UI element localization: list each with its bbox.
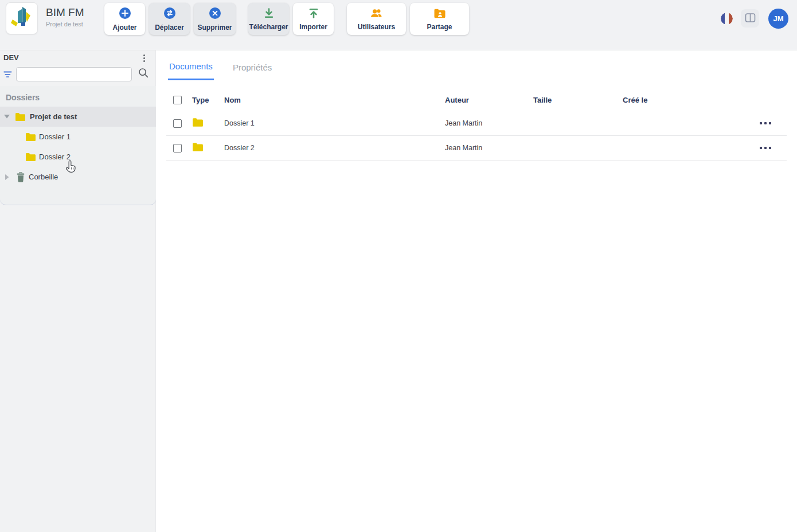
import-button-label: Importer	[299, 24, 327, 30]
tree-item-label: Corbeille	[29, 173, 58, 181]
tab-documents[interactable]: Documents	[168, 61, 214, 80]
share-button[interactable]: Partage	[410, 3, 469, 35]
filter-button[interactable]	[2, 69, 13, 81]
documents-table: Type Nom Auteur Taille Créé le Dossier 1…	[166, 88, 787, 161]
swap-circle-icon	[163, 7, 176, 21]
share-folder-icon	[433, 8, 446, 21]
app-logo[interactable]	[6, 2, 38, 34]
table-row-dossier-2[interactable]: Dossier 2 Jean Martin	[166, 136, 787, 161]
search-button[interactable]	[137, 67, 150, 81]
chevron-down-icon[interactable]	[3, 114, 10, 120]
column-header-author: Auteur	[445, 96, 533, 104]
split-view-button[interactable]	[741, 9, 759, 28]
users-button-label: Utilisateurs	[358, 24, 395, 30]
table-header-row: Type Nom Auteur Taille Créé le	[166, 88, 787, 111]
share-button-label: Partage	[427, 24, 452, 30]
delete-button-label: Supprimer	[197, 24, 232, 31]
french-flag-icon	[721, 18, 733, 25]
search-icon	[138, 72, 149, 80]
column-header-name: Nom	[224, 96, 445, 104]
close-circle-icon	[209, 7, 221, 21]
avatar-initials: JM	[773, 14, 783, 23]
tree-item-label: Dossier 2	[39, 152, 71, 161]
row-checkbox[interactable]	[173, 119, 182, 128]
document-name: Dossier 1	[224, 119, 445, 127]
topbar: BIM FM Projet de test Ajouter Déplacer S…	[0, 0, 797, 50]
folder-icon	[25, 152, 36, 162]
row-checkbox[interactable]	[173, 144, 182, 152]
tab-properties[interactable]: Propriétés	[232, 61, 273, 80]
tree-item-corbeille[interactable]: Corbeille	[0, 167, 156, 187]
main-content: Documents Propriétés Type Nom Auteur Tai…	[156, 50, 797, 532]
column-header-type: Type	[192, 96, 224, 104]
folder-icon	[15, 112, 26, 122]
folder-icon	[192, 145, 204, 154]
add-button[interactable]: Ajouter	[104, 3, 145, 35]
row-menu-button[interactable]	[760, 120, 771, 127]
column-header-created: Créé le	[623, 96, 757, 104]
app-subtitle: Projet de test	[46, 21, 83, 28]
filter-icon	[3, 71, 12, 80]
language-flag-button[interactable]	[721, 13, 733, 25]
search-input[interactable]	[16, 67, 132, 81]
tree-item-projet-de-test[interactable]: Projet de test	[0, 107, 156, 127]
users-button[interactable]: Utilisateurs	[347, 3, 406, 35]
tree-item-label: Dossier 1	[39, 132, 71, 141]
upload-icon	[308, 7, 319, 21]
workspace-label: DEV	[3, 53, 19, 62]
table-row-dossier-1[interactable]: Dossier 1 Jean Martin	[166, 111, 787, 136]
trash-icon	[16, 172, 25, 182]
app-title: BIM FM	[46, 6, 84, 19]
column-header-size: Taille	[533, 96, 623, 104]
bim-building-icon	[10, 6, 33, 31]
document-author: Jean Martin	[445, 144, 533, 152]
delete-button[interactable]: Supprimer	[194, 3, 236, 35]
sidebar: DEV Dossiers Projet de test	[0, 50, 156, 532]
folder-icon	[25, 132, 36, 142]
download-button[interactable]: Télécharger	[248, 3, 289, 35]
tree-item-label: Projet de test	[30, 112, 77, 121]
select-all-checkbox[interactable]	[173, 96, 182, 104]
user-avatar[interactable]: JM	[768, 9, 788, 29]
sidebar-menu-button[interactable]	[139, 52, 149, 64]
folder-icon	[192, 120, 204, 129]
split-panel-icon	[745, 13, 756, 25]
tree-item-dossier-1[interactable]: Dossier 1	[0, 127, 156, 147]
tree-item-dossier-2[interactable]: Dossier 2	[0, 147, 156, 167]
move-button-label: Déplacer	[155, 24, 184, 31]
tab-bar: Documents Propriétés	[156, 50, 797, 80]
users-icon	[370, 8, 384, 21]
row-menu-button[interactable]	[760, 144, 771, 151]
document-author: Jean Martin	[445, 119, 533, 127]
folders-panel: Dossiers Projet de test Dossier 1 Dossie…	[0, 86, 156, 205]
folders-section-title: Dossiers	[0, 86, 156, 107]
chevron-right-icon[interactable]	[3, 174, 10, 181]
import-button[interactable]: Importer	[293, 3, 334, 35]
plus-circle-icon	[119, 7, 131, 21]
add-button-label: Ajouter	[113, 24, 137, 31]
download-icon	[263, 7, 275, 21]
move-button[interactable]: Déplacer	[149, 3, 190, 35]
document-name: Dossier 2	[224, 144, 445, 152]
download-button-label: Télécharger	[249, 24, 288, 30]
